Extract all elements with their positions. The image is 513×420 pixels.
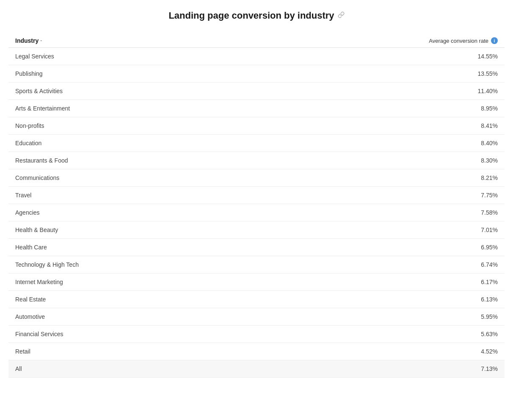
- industry-name: Internet Marketing: [15, 279, 63, 285]
- rate-value: 6.17%: [481, 279, 498, 285]
- industry-name: Health & Beauty: [15, 227, 58, 233]
- rate-value: 14.55%: [478, 53, 498, 60]
- rate-value: 8.21%: [481, 174, 498, 181]
- industry-name: Automotive: [15, 313, 45, 320]
- rate-value: 13.55%: [478, 70, 498, 77]
- industry-name: Travel: [15, 192, 31, 199]
- industry-name: Agencies: [15, 209, 40, 216]
- rate-value: 8.30%: [481, 157, 498, 164]
- rate-value: 6.74%: [481, 261, 498, 268]
- title-row: Landing page conversion by industry: [8, 10, 505, 21]
- rate-value: 11.40%: [478, 88, 498, 94]
- table-row: Internet Marketing6.17%: [8, 274, 505, 291]
- industry-name: Health Care: [15, 244, 47, 251]
- industry-name: Legal Services: [15, 53, 54, 60]
- rate-value: 6.13%: [481, 296, 498, 303]
- rate-value: 7.75%: [481, 192, 498, 199]
- table-row: Financial Services5.63%: [8, 326, 505, 343]
- table-row: Publishing13.55%: [8, 65, 505, 83]
- industry-column-header[interactable]: Industry -: [15, 37, 42, 44]
- rate-value: 7.13%: [481, 365, 498, 372]
- table-row: Automotive5.95%: [8, 308, 505, 326]
- table-body: Legal Services14.55%Publishing13.55%Spor…: [8, 48, 505, 378]
- rate-value: 8.40%: [481, 140, 498, 146]
- table-row: Restaurants & Food8.30%: [8, 152, 505, 169]
- industry-name: Retail: [15, 348, 30, 355]
- rate-value: 6.95%: [481, 244, 498, 251]
- page-container: Landing page conversion by industry Indu…: [0, 0, 513, 420]
- industry-name: Arts & Entertainment: [15, 105, 70, 112]
- rate-label: Average conversion rate: [429, 38, 488, 44]
- industry-name: Education: [15, 140, 41, 146]
- industry-name: Sports & Activities: [15, 88, 63, 94]
- table-row: Health Care6.95%: [8, 239, 505, 256]
- table-row: Non-profits8.41%: [8, 117, 505, 135]
- industry-name: Restaurants & Food: [15, 157, 68, 164]
- table-row: Education8.40%: [8, 135, 505, 152]
- table-row: Real Estate6.13%: [8, 291, 505, 308]
- industry-name: Non-profits: [15, 122, 44, 129]
- table-row: Communications8.21%: [8, 169, 505, 187]
- industry-name: Technology & High Tech: [15, 261, 79, 268]
- page-title: Landing page conversion by industry: [168, 10, 334, 21]
- industry-label: Industry: [15, 37, 39, 44]
- rate-column-header: Average conversion rate i: [429, 37, 498, 44]
- table-row: Health & Beauty7.01%: [8, 221, 505, 239]
- sort-indicator: -: [40, 38, 42, 44]
- rate-value: 5.63%: [481, 331, 498, 337]
- industry-name: Real Estate: [15, 296, 46, 303]
- industry-name: Publishing: [15, 70, 43, 77]
- info-icon[interactable]: i: [491, 37, 498, 44]
- table-header: Industry - Average conversion rate i: [8, 34, 505, 48]
- table-row: Technology & High Tech6.74%: [8, 256, 505, 274]
- rate-value: 8.41%: [481, 122, 498, 129]
- link-icon[interactable]: [338, 11, 345, 20]
- industry-name: All: [15, 365, 22, 372]
- rate-value: 8.95%: [481, 105, 498, 112]
- table-row: Sports & Activities11.40%: [8, 83, 505, 100]
- rate-value: 4.52%: [481, 348, 498, 355]
- rate-value: 7.58%: [481, 209, 498, 216]
- data-table: Industry - Average conversion rate i Leg…: [8, 34, 505, 378]
- table-row: Arts & Entertainment8.95%: [8, 100, 505, 117]
- rate-value: 7.01%: [481, 227, 498, 233]
- industry-name: Communications: [15, 174, 59, 181]
- industry-name: Financial Services: [15, 331, 63, 337]
- table-row: Retail4.52%: [8, 343, 505, 360]
- table-row: Legal Services14.55%: [8, 48, 505, 65]
- table-row: All7.13%: [8, 360, 505, 378]
- table-row: Agencies7.58%: [8, 204, 505, 221]
- table-row: Travel7.75%: [8, 187, 505, 204]
- rate-value: 5.95%: [481, 313, 498, 320]
